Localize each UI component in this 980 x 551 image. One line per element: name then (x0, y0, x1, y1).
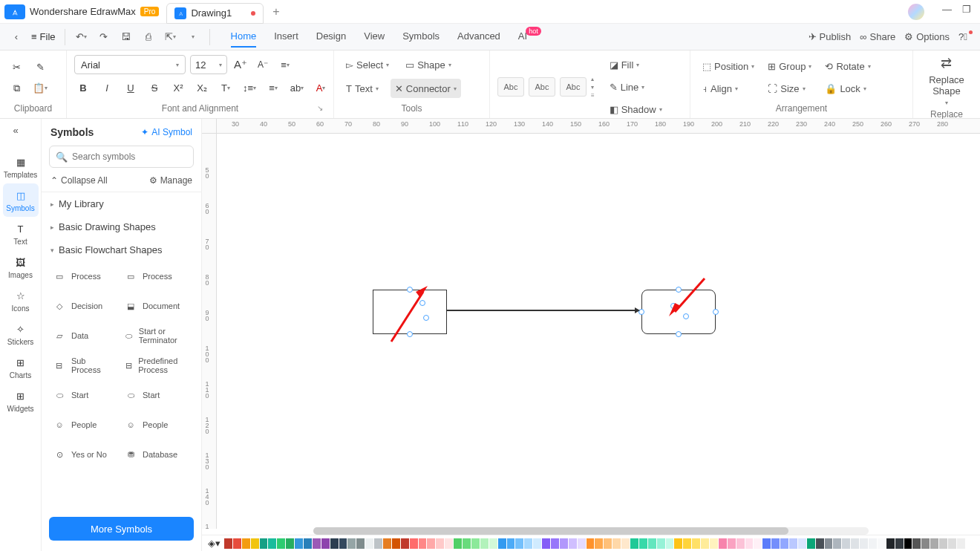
color-swatch[interactable] (401, 538, 409, 549)
color-swatch[interactable] (869, 538, 877, 549)
color-swatch[interactable] (533, 538, 541, 549)
shape-process[interactable]: ▭Process (49, 261, 120, 291)
color-swatch[interactable] (895, 538, 904, 549)
color-swatch[interactable] (816, 538, 824, 549)
style-more-button[interactable]: ≡ (591, 92, 595, 99)
color-swatch[interactable] (321, 538, 330, 549)
shape-predefined-process[interactable]: ⊟Predefined Process (120, 351, 192, 380)
color-swatch[interactable] (833, 538, 841, 549)
document-tab[interactable]: ⟑ Drawing1 (166, 3, 264, 24)
color-swatch[interactable] (771, 538, 780, 549)
color-swatch[interactable] (657, 538, 665, 549)
color-swatch[interactable] (445, 538, 453, 549)
color-swatch[interactable] (383, 538, 391, 549)
color-swatch[interactable] (780, 538, 788, 549)
back-button[interactable]: ‹ (6, 27, 27, 48)
leftbar-item-icons[interactable]: ☆Icons (3, 284, 39, 317)
shape-decision[interactable]: ◇Decision (49, 291, 120, 321)
line-spacing-button[interactable]: ↕≡▾ (241, 79, 258, 97)
format-painter-button[interactable]: ✎ (31, 59, 49, 76)
color-swatch[interactable] (762, 538, 771, 549)
collapse-all-button[interactable]: ⌃Collapse All (50, 175, 108, 186)
shape-people[interactable]: ☺People (49, 410, 120, 440)
color-swatch[interactable] (701, 538, 709, 549)
style-preset-1[interactable]: Abc (497, 77, 524, 97)
publish-button[interactable]: ✈Publish (808, 31, 852, 42)
lock-button[interactable]: 🔒Lock▾ (820, 79, 875, 99)
color-swatch[interactable] (489, 538, 497, 549)
color-swatch[interactable] (648, 538, 656, 549)
strikethrough-button[interactable]: S (146, 79, 163, 97)
manage-button[interactable]: ⚙Manage (149, 175, 192, 186)
text-options-button[interactable]: T▾ (217, 79, 235, 97)
color-swatch[interactable] (798, 538, 806, 549)
color-swatch[interactable] (471, 538, 480, 549)
shape-start[interactable]: ⬭Start (49, 380, 120, 410)
shape-sub-process[interactable]: ⊟Sub Process (49, 351, 120, 380)
subscript-button[interactable]: X₂ (193, 79, 211, 97)
align-objects-button[interactable]: ⫞Align▾ (698, 79, 759, 99)
font-name-select[interactable]: Arial▾ (74, 55, 186, 74)
shape-people[interactable]: ☺People (120, 410, 192, 440)
color-swatch[interactable] (313, 538, 321, 549)
color-swatch[interactable] (719, 538, 727, 549)
collapse-leftbar-button[interactable]: « (13, 125, 28, 140)
color-swatch[interactable] (595, 538, 603, 549)
file-menu[interactable]: ≡ File (28, 31, 59, 42)
more-quick-button[interactable]: ▾ (183, 27, 203, 48)
color-swatch[interactable] (604, 538, 612, 549)
color-swatch[interactable] (948, 538, 956, 549)
color-swatch[interactable] (365, 538, 373, 549)
style-up-button[interactable]: ▴ (591, 76, 595, 82)
color-swatch[interactable] (825, 538, 833, 549)
section-basic-drawing[interactable]: ▸Basic Drawing Shapes (42, 215, 201, 238)
tab-view[interactable]: View (364, 26, 385, 48)
maximize-button[interactable]: ❐ (962, 4, 971, 20)
color-swatch[interactable] (419, 538, 427, 549)
shape-tool-button[interactable]: ▭Shape▾ (401, 55, 456, 74)
shape-data[interactable]: ▱Data (49, 321, 120, 351)
color-swatch[interactable] (356, 538, 365, 549)
color-swatch[interactable] (842, 538, 850, 549)
color-swatch[interactable] (251, 538, 259, 549)
text-case-button[interactable]: ab▾ (288, 79, 306, 97)
shadow-button[interactable]: ◧Shadow▾ (605, 100, 667, 119)
leftbar-item-widgets[interactable]: ⊞Widgets (3, 384, 39, 417)
bold-button[interactable]: B (74, 79, 92, 97)
text-tool-button[interactable]: TText▾ (342, 79, 383, 98)
color-swatch[interactable] (463, 538, 471, 549)
horizontal-scrollbar[interactable] (313, 527, 869, 535)
tab-insert[interactable]: Insert (274, 26, 298, 48)
color-swatch[interactable] (542, 538, 550, 549)
cut-button[interactable]: ✂ (7, 59, 25, 76)
shape-start-or-terminator[interactable]: ⬭Start or Terminator (120, 321, 192, 351)
style-preset-3[interactable]: Abc (560, 77, 587, 97)
redo-button[interactable]: ↷ (94, 27, 114, 48)
color-swatch[interactable] (260, 538, 268, 549)
replace-shape-button[interactable]: ⇄ Replace Shape▾ (924, 55, 969, 106)
shape-yes-or-no[interactable]: ⊙Yes or No (49, 440, 120, 469)
search-symbols-input[interactable]: 🔍 (49, 146, 194, 168)
color-swatch[interactable] (728, 538, 736, 549)
color-swatch[interactable] (551, 538, 559, 549)
color-swatch[interactable] (957, 538, 965, 549)
color-swatch[interactable] (666, 538, 674, 549)
position-button[interactable]: ⬚Position▾ (698, 57, 759, 76)
group-button[interactable]: ⊞Group▾ (763, 57, 816, 76)
leftbar-item-symbols[interactable]: ◫Symbols (3, 183, 39, 217)
fill-button[interactable]: ◪Fill▾ (605, 55, 667, 74)
export-button[interactable]: ⇱▾ (160, 27, 181, 48)
minimize-button[interactable]: — (942, 4, 952, 20)
leftbar-item-text[interactable]: TText (3, 217, 39, 250)
options-button[interactable]: ⚙Options (904, 31, 950, 42)
connection-handle[interactable] (676, 331, 682, 337)
color-swatch[interactable] (639, 538, 647, 549)
more-symbols-button[interactable]: More Symbols (49, 517, 194, 541)
color-swatch[interactable] (674, 538, 682, 549)
connector-line[interactable] (447, 310, 636, 311)
style-down-button[interactable]: ▾ (591, 84, 595, 91)
print-button[interactable]: ⎙ (138, 27, 159, 48)
underline-button[interactable]: U (122, 79, 140, 97)
increase-font-button[interactable]: A⁺ (232, 56, 249, 74)
color-swatch[interactable] (498, 538, 506, 549)
